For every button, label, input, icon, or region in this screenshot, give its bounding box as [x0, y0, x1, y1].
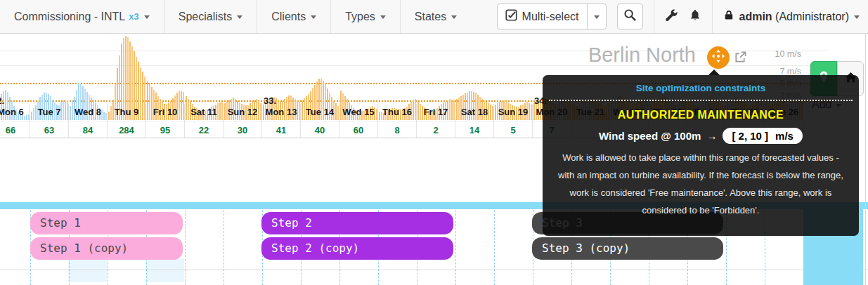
- search-button[interactable]: [617, 4, 643, 29]
- day-header-sun-19[interactable]: Sun 19: [494, 104, 533, 121]
- day-total-value: 8: [378, 121, 417, 138]
- top-navbar: Commissioning - INTLx3SpecialistsClients…: [0, 0, 868, 34]
- caret-down-icon: [380, 15, 386, 19]
- menu-count-badge: x3: [129, 11, 138, 22]
- day-total-value: 41: [262, 121, 301, 138]
- multi-select-split-button: Multi-select: [497, 4, 607, 29]
- day-total-value: 284: [108, 121, 146, 138]
- day-total-value: 2: [417, 121, 455, 138]
- caret-down-icon: [451, 15, 457, 19]
- gantt-task-step-1-copy-[interactable]: Step 1 (copy): [30, 237, 183, 260]
- wind-axis-label: 10 m/s: [741, 49, 801, 59]
- day-total-value: 66: [0, 121, 30, 138]
- checkbox-check-icon: [505, 9, 517, 24]
- export-button[interactable]: [734, 51, 747, 67]
- day-total-value: 63: [30, 121, 69, 138]
- nav-menu-group: Commissioning - INTLx3SpecialistsClients…: [0, 0, 471, 33]
- share-icon: [734, 54, 747, 66]
- gantt-highlight-column: [145, 258, 184, 282]
- caret-down-icon: [237, 15, 242, 19]
- menu-states[interactable]: States: [401, 0, 471, 33]
- user-name: admin: [739, 11, 772, 22]
- caret-down-icon: [144, 15, 150, 19]
- day-total-value: 60: [339, 121, 378, 138]
- multi-select-dropdown-toggle[interactable]: [587, 4, 606, 29]
- wrench-icon: [665, 8, 678, 25]
- day-total-value: 84: [69, 121, 108, 138]
- menu-types[interactable]: Types: [331, 0, 400, 33]
- menu-specialists[interactable]: Specialists: [164, 0, 257, 33]
- tooltip-arrow: [708, 69, 720, 75]
- scheduler-stage: 10 m/s7 m/s5 m/s3 m/s32.33.34.Mon 666Tue…: [0, 34, 868, 285]
- caret-down-icon: [594, 15, 600, 19]
- app-window: Commissioning - INTLx3SpecialistsClients…: [0, 0, 868, 285]
- navbar-divider: [654, 0, 654, 33]
- day-header-thu-16[interactable]: Thu 16: [378, 104, 417, 121]
- day-header-fri-10[interactable]: Fri 10: [146, 104, 185, 121]
- day-header-tue-7[interactable]: Tue 7: [30, 104, 69, 121]
- site-constraints-tooltip: Site optimization constraints AUTHORIZED…: [543, 75, 859, 236]
- day-header-tue-14[interactable]: Tue 14: [301, 104, 339, 121]
- gantt-gridline: [455, 202, 456, 285]
- tooltip-heading: AUTHORIZED MAINTENANCE: [543, 109, 859, 121]
- lock-icon: [723, 9, 734, 24]
- wind-range-unit: m/s: [775, 130, 793, 142]
- arrow-right-glyph: →: [706, 130, 717, 142]
- menu-label: Commissioning - INTL: [14, 11, 125, 23]
- site-optimization-button[interactable]: [707, 46, 730, 69]
- gantt-task-step-3-copy-[interactable]: Step 3 (copy): [532, 237, 723, 260]
- chart-gridline: [0, 51, 829, 51]
- menu-commissioning-intl[interactable]: Commissioning - INTLx3: [0, 0, 164, 33]
- bell-icon: [689, 8, 701, 25]
- menu-label: Specialists: [179, 11, 232, 23]
- wind-range-pill: [ 2, 10 ] m/s: [723, 128, 803, 144]
- notifications-bell-button[interactable]: [689, 8, 701, 25]
- wind-speed-label: Wind speed @ 100m: [599, 130, 701, 142]
- user-role: (Administrator): [775, 11, 849, 22]
- multi-select-button[interactable]: Multi-select: [498, 4, 587, 29]
- gantt-gridline: [185, 202, 186, 285]
- caret-down-icon: [854, 15, 860, 19]
- gantt-task-step-1[interactable]: Step 1: [30, 212, 183, 234]
- chart-gridline: [0, 65, 829, 66]
- gantt-task-step-2-copy-[interactable]: Step 2 (copy): [261, 237, 453, 260]
- day-header-mon-6[interactable]: Mon 6: [0, 104, 30, 121]
- day-header-sun-12[interactable]: Sun 12: [224, 104, 262, 121]
- multi-select-label: Multi-select: [522, 11, 579, 23]
- gantt-task-step-2[interactable]: Step 2: [261, 212, 453, 234]
- day-header-wed-15[interactable]: Wed 15: [339, 104, 378, 121]
- site-title: Berlin North: [588, 44, 696, 67]
- day-total-value: 5: [494, 121, 533, 138]
- wind-range-value: [ 2, 10 ]: [732, 130, 768, 142]
- right-edge-scroll-line[interactable]: [865, 34, 866, 285]
- day-total-value: 40: [301, 121, 339, 138]
- day-header-thu-9[interactable]: Thu 9: [108, 104, 146, 121]
- nav-right-group: Multi-select: [497, 0, 868, 33]
- menu-label: Clients: [271, 11, 306, 23]
- caret-down-icon: [311, 15, 316, 19]
- day-total-value: 30: [224, 121, 262, 138]
- day-total-value: 95: [146, 121, 185, 138]
- menu-label: Types: [345, 11, 375, 23]
- search-icon: [623, 8, 637, 25]
- gantt-row-separator: [0, 270, 868, 270]
- gantt-gridline: [494, 202, 495, 285]
- day-total-value: 22: [185, 121, 224, 138]
- user-menu[interactable]: admin (Administrator): [723, 9, 860, 24]
- gantt-gridline: [224, 202, 224, 285]
- menu-label: States: [415, 11, 446, 23]
- day-header-fri-17[interactable]: Fri 17: [417, 104, 455, 121]
- day-header-mon-13[interactable]: Mon 13: [262, 104, 301, 121]
- tooltip-title: Site optimization constraints: [543, 83, 859, 93]
- gantt-highlight-column: [68, 258, 107, 282]
- move-arrows-icon: [711, 49, 725, 66]
- tooltip-separator: [549, 100, 853, 101]
- day-header-wed-8[interactable]: Wed 8: [69, 104, 108, 121]
- day-total-value: 14: [455, 121, 494, 138]
- settings-wrench-button[interactable]: [665, 8, 678, 25]
- day-header-sat-11[interactable]: Sat 11: [185, 104, 224, 121]
- tooltip-wind-row: Wind speed @ 100m → [ 2, 10 ] m/s: [543, 128, 859, 144]
- day-header-sat-18[interactable]: Sat 18: [455, 104, 494, 121]
- menu-clients[interactable]: Clients: [257, 0, 330, 33]
- tooltip-body-text: Work is allowed to take place within thi…: [557, 149, 844, 219]
